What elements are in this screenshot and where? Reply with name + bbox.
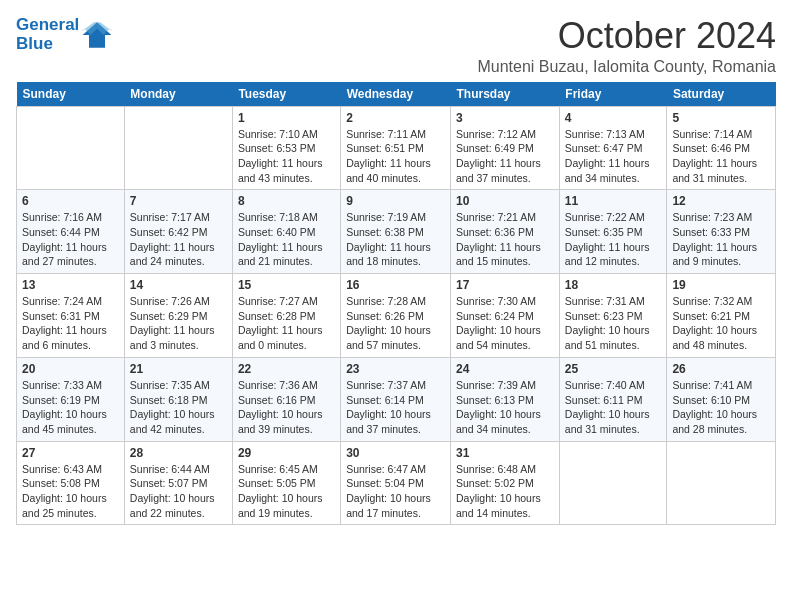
day-info: Sunrise: 6:43 AMSunset: 5:08 PMDaylight:… [22,462,119,521]
day-info: Sunrise: 7:24 AMSunset: 6:31 PMDaylight:… [22,294,119,353]
day-number: 15 [238,278,335,292]
calendar-week-row: 13Sunrise: 7:24 AMSunset: 6:31 PMDayligh… [17,274,776,358]
title-area: October 2024 Munteni Buzau, Ialomita Cou… [477,16,776,76]
calendar-day-cell: 23Sunrise: 7:37 AMSunset: 6:14 PMDayligh… [341,357,451,441]
day-number: 12 [672,194,770,208]
day-number: 6 [22,194,119,208]
logo-line2: Blue [16,35,79,54]
day-info: Sunrise: 7:37 AMSunset: 6:14 PMDaylight:… [346,378,445,437]
day-number: 22 [238,362,335,376]
calendar-day-cell [124,106,232,190]
day-number: 14 [130,278,227,292]
day-info: Sunrise: 7:33 AMSunset: 6:19 PMDaylight:… [22,378,119,437]
calendar-day-cell: 14Sunrise: 7:26 AMSunset: 6:29 PMDayligh… [124,274,232,358]
day-number: 13 [22,278,119,292]
calendar-day-cell: 11Sunrise: 7:22 AMSunset: 6:35 PMDayligh… [559,190,667,274]
day-number: 2 [346,111,445,125]
day-number: 16 [346,278,445,292]
day-of-week-header: Wednesday [341,82,451,107]
day-number: 29 [238,446,335,460]
day-info: Sunrise: 6:44 AMSunset: 5:07 PMDaylight:… [130,462,227,521]
day-number: 4 [565,111,662,125]
calendar-day-cell: 15Sunrise: 7:27 AMSunset: 6:28 PMDayligh… [232,274,340,358]
calendar-day-cell: 2Sunrise: 7:11 AMSunset: 6:51 PMDaylight… [341,106,451,190]
day-number: 3 [456,111,554,125]
calendar-day-cell: 19Sunrise: 7:32 AMSunset: 6:21 PMDayligh… [667,274,776,358]
calendar-table: SundayMondayTuesdayWednesdayThursdayFrid… [16,82,776,526]
calendar-day-cell [559,441,667,525]
day-info: Sunrise: 7:31 AMSunset: 6:23 PMDaylight:… [565,294,662,353]
calendar-day-cell: 31Sunrise: 6:48 AMSunset: 5:02 PMDayligh… [451,441,560,525]
calendar-day-cell: 20Sunrise: 7:33 AMSunset: 6:19 PMDayligh… [17,357,125,441]
calendar-day-cell: 5Sunrise: 7:14 AMSunset: 6:46 PMDaylight… [667,106,776,190]
calendar-day-cell: 28Sunrise: 6:44 AMSunset: 5:07 PMDayligh… [124,441,232,525]
day-number: 17 [456,278,554,292]
calendar-day-cell: 7Sunrise: 7:17 AMSunset: 6:42 PMDaylight… [124,190,232,274]
calendar-day-cell: 21Sunrise: 7:35 AMSunset: 6:18 PMDayligh… [124,357,232,441]
day-number: 25 [565,362,662,376]
calendar-day-cell: 30Sunrise: 6:47 AMSunset: 5:04 PMDayligh… [341,441,451,525]
logo-icon [81,19,113,51]
day-number: 23 [346,362,445,376]
calendar-day-cell: 24Sunrise: 7:39 AMSunset: 6:13 PMDayligh… [451,357,560,441]
day-info: Sunrise: 7:27 AMSunset: 6:28 PMDaylight:… [238,294,335,353]
day-of-week-header: Monday [124,82,232,107]
day-number: 20 [22,362,119,376]
day-of-week-header: Friday [559,82,667,107]
day-of-week-header: Thursday [451,82,560,107]
day-of-week-header: Sunday [17,82,125,107]
day-info: Sunrise: 7:26 AMSunset: 6:29 PMDaylight:… [130,294,227,353]
day-info: Sunrise: 7:14 AMSunset: 6:46 PMDaylight:… [672,127,770,186]
calendar-day-cell: 26Sunrise: 7:41 AMSunset: 6:10 PMDayligh… [667,357,776,441]
day-info: Sunrise: 7:41 AMSunset: 6:10 PMDaylight:… [672,378,770,437]
calendar-day-cell: 27Sunrise: 6:43 AMSunset: 5:08 PMDayligh… [17,441,125,525]
calendar-day-cell: 18Sunrise: 7:31 AMSunset: 6:23 PMDayligh… [559,274,667,358]
day-info: Sunrise: 7:35 AMSunset: 6:18 PMDaylight:… [130,378,227,437]
day-info: Sunrise: 7:40 AMSunset: 6:11 PMDaylight:… [565,378,662,437]
day-info: Sunrise: 7:32 AMSunset: 6:21 PMDaylight:… [672,294,770,353]
header: General Blue October 2024 Munteni Buzau,… [16,16,776,76]
calendar-day-cell: 25Sunrise: 7:40 AMSunset: 6:11 PMDayligh… [559,357,667,441]
day-info: Sunrise: 7:10 AMSunset: 6:53 PMDaylight:… [238,127,335,186]
calendar-day-cell: 17Sunrise: 7:30 AMSunset: 6:24 PMDayligh… [451,274,560,358]
day-info: Sunrise: 7:36 AMSunset: 6:16 PMDaylight:… [238,378,335,437]
day-number: 26 [672,362,770,376]
day-info: Sunrise: 7:16 AMSunset: 6:44 PMDaylight:… [22,210,119,269]
day-info: Sunrise: 7:23 AMSunset: 6:33 PMDaylight:… [672,210,770,269]
calendar-day-cell: 12Sunrise: 7:23 AMSunset: 6:33 PMDayligh… [667,190,776,274]
day-info: Sunrise: 7:17 AMSunset: 6:42 PMDaylight:… [130,210,227,269]
calendar-day-cell: 1Sunrise: 7:10 AMSunset: 6:53 PMDaylight… [232,106,340,190]
logo-line1: General [16,16,79,35]
day-number: 7 [130,194,227,208]
calendar-day-cell: 4Sunrise: 7:13 AMSunset: 6:47 PMDaylight… [559,106,667,190]
month-title: October 2024 [477,16,776,56]
day-number: 19 [672,278,770,292]
day-number: 8 [238,194,335,208]
calendar-day-cell: 13Sunrise: 7:24 AMSunset: 6:31 PMDayligh… [17,274,125,358]
day-number: 11 [565,194,662,208]
calendar-day-cell: 29Sunrise: 6:45 AMSunset: 5:05 PMDayligh… [232,441,340,525]
day-number: 28 [130,446,227,460]
day-number: 31 [456,446,554,460]
calendar-week-row: 1Sunrise: 7:10 AMSunset: 6:53 PMDaylight… [17,106,776,190]
location-subtitle: Munteni Buzau, Ialomita County, Romania [477,58,776,76]
day-info: Sunrise: 7:19 AMSunset: 6:38 PMDaylight:… [346,210,445,269]
day-info: Sunrise: 7:28 AMSunset: 6:26 PMDaylight:… [346,294,445,353]
day-info: Sunrise: 7:11 AMSunset: 6:51 PMDaylight:… [346,127,445,186]
calendar-week-row: 6Sunrise: 7:16 AMSunset: 6:44 PMDaylight… [17,190,776,274]
day-number: 24 [456,362,554,376]
day-info: Sunrise: 6:45 AMSunset: 5:05 PMDaylight:… [238,462,335,521]
day-number: 27 [22,446,119,460]
calendar-day-cell: 9Sunrise: 7:19 AMSunset: 6:38 PMDaylight… [341,190,451,274]
calendar-day-cell: 6Sunrise: 7:16 AMSunset: 6:44 PMDaylight… [17,190,125,274]
day-info: Sunrise: 7:21 AMSunset: 6:36 PMDaylight:… [456,210,554,269]
calendar-day-cell: 22Sunrise: 7:36 AMSunset: 6:16 PMDayligh… [232,357,340,441]
calendar-header-row: SundayMondayTuesdayWednesdayThursdayFrid… [17,82,776,107]
day-number: 21 [130,362,227,376]
calendar-day-cell [667,441,776,525]
calendar-week-row: 20Sunrise: 7:33 AMSunset: 6:19 PMDayligh… [17,357,776,441]
day-of-week-header: Tuesday [232,82,340,107]
calendar-week-row: 27Sunrise: 6:43 AMSunset: 5:08 PMDayligh… [17,441,776,525]
day-number: 9 [346,194,445,208]
calendar-day-cell [17,106,125,190]
